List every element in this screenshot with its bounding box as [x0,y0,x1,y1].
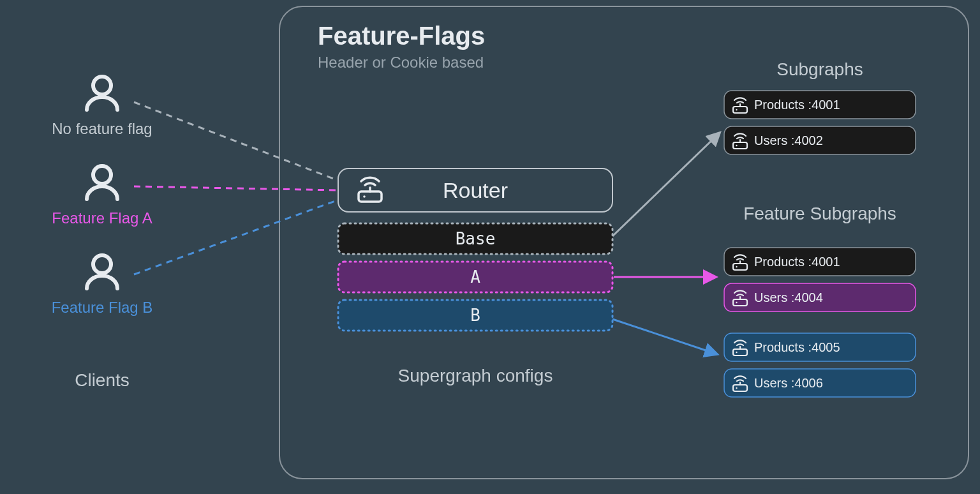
fsg-products-4001: Products :4001 [724,248,916,276]
line-client-none [134,102,337,180]
config-b-label: B [470,306,480,325]
client-a-label: Feature Flag A [52,209,152,227]
line-client-b [134,200,337,274]
client-none: No feature flag [52,77,152,137]
config-a: A [338,262,612,292]
fsg-users-4004-label: Users :4004 [754,290,823,304]
clients-heading: Clients [75,370,130,390]
fsg-products-4005-label: Products :4005 [754,340,840,354]
fsg-users-4004: Users :4004 [724,283,916,311]
subtitle: Header or Cookie based [318,54,484,71]
sg-products-4001-label: Products :4001 [754,98,840,112]
sg-products-4001: Products :4001 [724,91,916,119]
arrow-base [612,133,720,236]
config-base: Base [338,223,612,254]
fsg-products-4001-label: Products :4001 [754,255,840,269]
sg-users-4002-label: Users :4002 [754,133,823,147]
title: Feature-Flags [318,22,485,50]
subgraphs-heading: Subgraphs [776,59,863,79]
fsg-users-4006: Users :4006 [724,369,916,397]
config-base-label: Base [456,229,496,248]
sg-users-4002: Users :4002 [724,126,916,154]
config-b: B [338,300,612,331]
fsg-products-4005: Products :4005 [724,333,916,361]
client-b-label: Feature Flag B [52,299,153,316]
supergraph-heading: Supergraph configs [398,366,553,385]
line-client-a [134,186,337,190]
config-a-label: A [470,267,480,287]
feature-subgraphs-heading: Feature Subgraphs [743,204,896,223]
fsg-users-4006-label: Users :4006 [754,376,823,390]
client-none-label: No feature flag [52,120,152,137]
client-a: Feature Flag A [52,166,152,227]
router-icon [359,177,382,202]
router-label: Router [443,178,508,202]
client-b: Feature Flag B [52,255,153,316]
router: Router [338,168,612,212]
arrow-b [612,319,717,354]
